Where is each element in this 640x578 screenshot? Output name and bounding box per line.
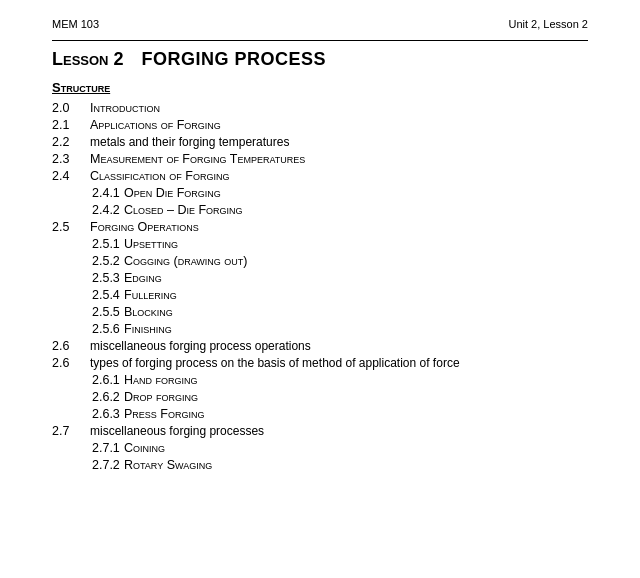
toc-text: Cogging (drawing out) <box>124 254 247 268</box>
header-divider <box>52 40 588 41</box>
toc-number: 2.7 <box>52 424 90 438</box>
list-item: 2.5.1Upsetting <box>92 237 588 251</box>
list-item: 2.6.1Hand forging <box>92 373 588 387</box>
list-item: 2.5.5Blocking <box>92 305 588 319</box>
toc-number: 2.5.3 <box>92 271 124 285</box>
list-item: 2.1Applications of Forging <box>52 118 588 132</box>
list-item: 2.5.2Cogging (drawing out) <box>92 254 588 268</box>
toc-text: Fullering <box>124 288 177 302</box>
list-item: 2.6Types of forging process on the basis… <box>52 356 588 370</box>
toc-number: 2.6.3 <box>92 407 124 421</box>
toc-number: 2.3 <box>52 152 90 166</box>
toc-number: 2.0 <box>52 101 90 115</box>
toc-number: 2.5.2 <box>92 254 124 268</box>
list-item: 2.3Measurement of Forging Temperatures <box>52 152 588 166</box>
toc-text: Introduction <box>90 101 160 115</box>
list-item: 2.2Metals and their forging temperatures <box>52 135 588 149</box>
toc-text: Edging <box>124 271 162 285</box>
toc-text: Upsetting <box>124 237 178 251</box>
toc-number: 2.6.2 <box>92 390 124 404</box>
toc-number: 2.4.1 <box>92 186 124 200</box>
lesson-label: Lesson 2 <box>52 49 124 70</box>
toc-text: Types of forging process on the basis of… <box>90 356 460 370</box>
header-unit: Unit 2, Lesson 2 <box>509 18 589 30</box>
toc-text: Drop forging <box>124 390 198 404</box>
toc-number: 2.5.4 <box>92 288 124 302</box>
lesson-title-row: Lesson 2 Forging Process <box>52 49 588 70</box>
list-item: 2.5.3Edging <box>92 271 588 285</box>
toc-number: 2.6 <box>52 356 90 370</box>
list-item: 2.4.1Open Die Forging <box>92 186 588 200</box>
toc-text: Rotary Swaging <box>124 458 212 472</box>
toc-number: 2.5.5 <box>92 305 124 319</box>
toc-number: 2.1 <box>52 118 90 132</box>
toc-text: Closed – Die Forging <box>124 203 243 217</box>
list-item: 2.7.1Coining <box>92 441 588 455</box>
toc-text: Blocking <box>124 305 173 319</box>
toc-text: Open Die Forging <box>124 186 221 200</box>
list-item: 2.7.2Rotary Swaging <box>92 458 588 472</box>
toc-text: Miscellaneous forging processes <box>90 424 264 438</box>
toc-text: Miscellaneous forging process operations <box>90 339 311 353</box>
header-course: MEM 103 <box>52 18 99 30</box>
list-item: 2.4Classification of Forging <box>52 169 588 183</box>
toc-number: 2.6.1 <box>92 373 124 387</box>
list-item: 2.7Miscellaneous forging processes <box>52 424 588 438</box>
list-item: 2.4.2Closed – Die Forging <box>92 203 588 217</box>
toc-text: Measurement of Forging Temperatures <box>90 152 305 166</box>
toc-number: 2.5.1 <box>92 237 124 251</box>
list-item: 2.5.4Fullering <box>92 288 588 302</box>
toc-number: 2.5.6 <box>92 322 124 336</box>
list-item: 2.6.2Drop forging <box>92 390 588 404</box>
table-of-contents: 2.0Introduction2.1Applications of Forgin… <box>52 101 588 472</box>
page: MEM 103 Unit 2, Lesson 2 Lesson 2 Forgin… <box>0 0 640 495</box>
toc-number: 2.4 <box>52 169 90 183</box>
structure-heading: Structure <box>52 80 588 95</box>
toc-number: 2.6 <box>52 339 90 353</box>
lesson-title: Forging Process <box>142 49 327 70</box>
toc-number: 2.4.2 <box>92 203 124 217</box>
list-item: 2.5.6Finishing <box>92 322 588 336</box>
toc-number: 2.7.2 <box>92 458 124 472</box>
toc-number: 2.7.1 <box>92 441 124 455</box>
toc-text: Applications of Forging <box>90 118 221 132</box>
toc-text: Coining <box>124 441 165 455</box>
toc-text: Forging Operations <box>90 220 199 234</box>
list-item: 2.0Introduction <box>52 101 588 115</box>
list-item: 2.5Forging Operations <box>52 220 588 234</box>
toc-number: 2.2 <box>52 135 90 149</box>
toc-text: Finishing <box>124 322 172 336</box>
toc-text: Hand forging <box>124 373 198 387</box>
toc-text: Metals and their forging temperatures <box>90 135 289 149</box>
list-item: 2.6.3Press Forging <box>92 407 588 421</box>
toc-number: 2.5 <box>52 220 90 234</box>
toc-text: Classification of Forging <box>90 169 229 183</box>
list-item: 2.6Miscellaneous forging process operati… <box>52 339 588 353</box>
page-header: MEM 103 Unit 2, Lesson 2 <box>52 18 588 30</box>
toc-text: Press Forging <box>124 407 204 421</box>
